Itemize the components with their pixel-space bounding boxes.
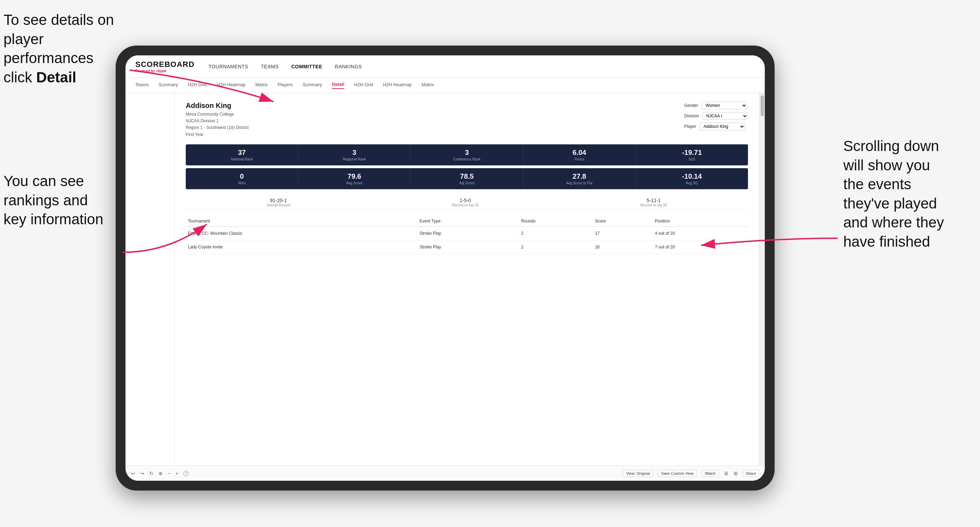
stats-row-2: 0 Wins 79.6 Avg Score 78.5 Adj Score 27.… xyxy=(186,168,748,189)
regional-rank-value: 3 xyxy=(301,149,407,157)
gender-select[interactable]: Women xyxy=(702,102,747,110)
national-rank-label: National Rank xyxy=(189,157,295,161)
tab-h2h-grid2[interactable]: H2H Grid xyxy=(354,82,373,89)
player-region: Region 1 - Southwest (18) District xyxy=(186,124,248,131)
player-division: NJCAA Division 1 xyxy=(186,118,248,124)
stats-row-1: 37 National Rank 3 Regional Rank 3 Confe… xyxy=(186,144,748,165)
col-event-type: Event Type xyxy=(417,216,519,227)
tab-h2h-heatmap2[interactable]: H2H Heatmap xyxy=(383,82,412,89)
player-filters: Gender Women Division NJCAA I xyxy=(684,102,748,130)
minus-icon[interactable]: − xyxy=(167,471,170,476)
tab-detail[interactable]: Detail xyxy=(332,82,344,89)
sos-value: -19.71 xyxy=(639,149,745,157)
stat-avg-sg: -10.14 Avg SG xyxy=(636,168,748,189)
top50-record-value: 5-11-1 xyxy=(640,198,667,203)
sub-nav: Teams Summary H2H Grid H2H Heatmap Matri… xyxy=(126,78,765,93)
watch-btn[interactable]: Watch xyxy=(702,470,719,477)
scrollbar-thumb[interactable] xyxy=(760,95,764,116)
tab-players[interactable]: Players xyxy=(278,82,293,89)
tab-matrix2[interactable]: Matrix xyxy=(422,82,434,89)
filter-division: Division NJCAA I xyxy=(684,112,748,120)
nav-rankings[interactable]: RANKINGS xyxy=(335,64,362,69)
avg-sg-value: -10.14 xyxy=(639,172,745,181)
wins-value: 0 xyxy=(189,172,295,181)
tab-teams[interactable]: Teams xyxy=(135,82,149,89)
conference-rank-value: 3 xyxy=(414,149,520,157)
tab-summary2[interactable]: Summary xyxy=(302,82,322,89)
tablet-screen: SCOREBOARD Powered by clippd TOURNAMENTS… xyxy=(126,56,765,481)
national-rank-value: 37 xyxy=(189,149,295,157)
main-content: Addison King Mesa Community College NJCA… xyxy=(126,93,765,465)
row2-event-type: Stroke Play xyxy=(417,240,519,254)
refresh-icon[interactable]: ↻ xyxy=(149,471,154,476)
screen-icon[interactable]: 🖥 xyxy=(724,471,729,476)
gender-label: Gender xyxy=(684,103,698,108)
adj-score-value: 78.5 xyxy=(414,172,520,181)
record-overall: 91-20-1 Overall Record xyxy=(267,198,290,207)
logo-text: SCOREBOARD xyxy=(135,60,194,69)
player-select[interactable]: Addison King xyxy=(700,123,745,130)
stat-regional-rank: 3 Regional Rank xyxy=(298,144,411,165)
top25-record-value: 1-5-0 xyxy=(452,198,479,203)
plus-icon[interactable]: + xyxy=(175,471,178,476)
annotation-bottom-left: You can see rankings and key information xyxy=(3,172,123,229)
stat-national-rank: 37 National Rank xyxy=(186,144,298,165)
player-header: Addison King Mesa Community College NJCA… xyxy=(186,102,748,138)
redo-icon[interactable]: ↪ xyxy=(140,471,145,476)
row1-event-type: Stroke Play xyxy=(417,226,519,240)
regional-rank-label: Regional Rank xyxy=(301,157,407,161)
share-btn[interactable]: Share xyxy=(743,470,759,477)
sos-label: SoS xyxy=(639,157,745,161)
nav-links: TOURNAMENTS TEAMS COMMITTEE RANKINGS xyxy=(208,64,362,69)
adj-score-label: Adj Score xyxy=(414,181,520,185)
record-top25: 1-5-0 Record vs top 25 xyxy=(452,198,479,207)
col-tournament: Tournament xyxy=(186,216,417,227)
content-panel: Addison King Mesa Community College NJCA… xyxy=(175,93,759,465)
nav-tournaments[interactable]: TOURNAMENTS xyxy=(208,64,248,69)
zoom-icon[interactable]: ⊕ xyxy=(158,471,162,476)
row1-score: 17 xyxy=(593,226,652,240)
player-info: Addison King Mesa Community College NJCA… xyxy=(186,102,248,138)
overall-record-value: 91-20-1 xyxy=(267,198,290,203)
nav-committee[interactable]: COMMITTEE xyxy=(291,64,323,69)
nav-teams[interactable]: TEAMS xyxy=(261,64,278,69)
player-label: Player xyxy=(684,124,696,129)
col-position: Position xyxy=(653,216,748,227)
clock-icon[interactable]: 🕐 xyxy=(183,471,189,476)
undo-icon[interactable]: ↩ xyxy=(131,471,135,476)
table-row: Lady Coyote Invite Stroke Play 2 16 7 ou… xyxy=(186,240,748,254)
division-label: Division xyxy=(684,114,699,118)
stat-conference-rank: 3 Conference Rank xyxy=(411,144,523,165)
left-sidebar xyxy=(126,93,175,465)
avg-score-label: Avg Score xyxy=(301,181,407,185)
tab-h2h-heatmap[interactable]: H2H Heatmap xyxy=(216,82,245,89)
bottom-toolbar: ↩ ↪ ↻ ⊕ − + 🕐 View: Original Save Custom… xyxy=(126,465,765,481)
view-original-btn[interactable]: View: Original xyxy=(623,470,653,477)
logo-area: SCOREBOARD Powered by clippd xyxy=(135,60,194,73)
avg-score-par-value: 27.8 xyxy=(526,172,633,181)
tab-matrix[interactable]: Matrix xyxy=(255,82,267,89)
tab-summary[interactable]: Summary xyxy=(158,82,178,89)
top25-record-label: Record vs top 25 xyxy=(452,203,479,207)
save-custom-btn[interactable]: Save Custom View xyxy=(658,470,697,477)
right-scrollbar[interactable] xyxy=(759,93,765,465)
tablet-frame: SCOREBOARD Powered by clippd TOURNAMENTS… xyxy=(116,46,775,490)
stat-sos: -19.71 SoS xyxy=(636,144,748,165)
row1-rounds: 2 xyxy=(519,226,593,240)
logo-sub: Powered by clippd xyxy=(135,69,194,73)
player-school: Mesa Community College xyxy=(186,111,248,118)
conference-rank-label: Conference Rank xyxy=(414,157,520,161)
stat-points: 6.04 Points xyxy=(523,144,636,165)
player-name: Addison King xyxy=(186,102,248,110)
top50-record-label: Record vs top 50 xyxy=(640,203,667,207)
points-label: Points xyxy=(526,157,633,161)
expand-icon[interactable]: ⊞ xyxy=(733,471,738,476)
stat-wins: 0 Wins xyxy=(186,168,298,189)
tab-h2h-grid[interactable]: H2H Grid xyxy=(188,82,207,89)
top-nav: SCOREBOARD Powered by clippd TOURNAMENTS… xyxy=(126,56,765,78)
row1-tournament: Estella CC- Mountain Classic xyxy=(186,226,417,240)
filter-player: Player Addison King xyxy=(684,123,748,130)
records-row: 91-20-1 Overall Record 1-5-0 Record vs t… xyxy=(186,195,748,210)
division-select[interactable]: NJCAA I xyxy=(702,112,748,120)
annotation-top-left: To see details on player performances cl… xyxy=(3,11,137,87)
